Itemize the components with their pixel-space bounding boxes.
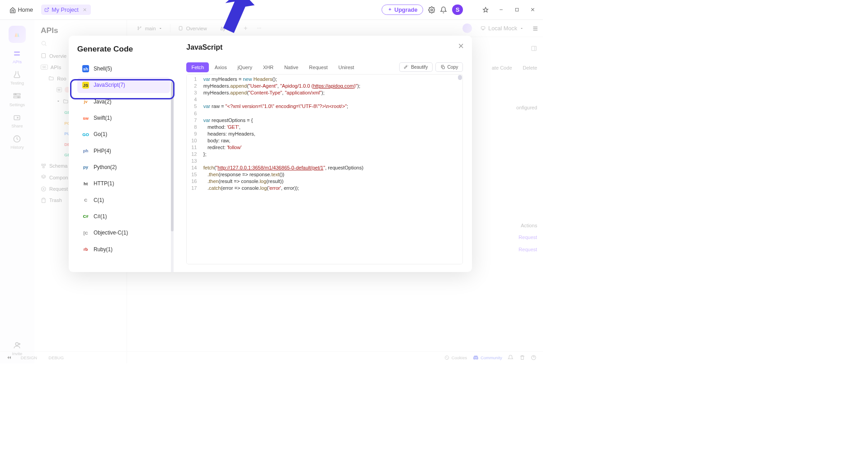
lang-label: Python(2) [94, 164, 117, 170]
code-content: var myHeaders = new Headers(); myHeaders… [200, 75, 367, 263]
generate-code-modal: Generate Code shShell(5)JSJavaScript(7)j… [69, 36, 472, 272]
code-tab-xhr[interactable]: XHR [258, 62, 278, 72]
lang-label: Objective-C(1) [94, 230, 128, 236]
lang-python[interactable]: pyPython(2) [77, 160, 170, 175]
lang-c#[interactable]: C#C#(1) [77, 209, 170, 225]
lang-icon: py [82, 164, 90, 171]
code-tab-jquery[interactable]: jQuery [232, 62, 257, 72]
lang-go[interactable]: GOGo(1) [77, 127, 170, 142]
sparkle-icon [387, 7, 392, 12]
home-button[interactable]: Home [5, 5, 38, 15]
code-tab-native[interactable]: Native [279, 62, 303, 72]
home-icon [9, 7, 16, 13]
lang-label: Java(2) [94, 99, 112, 105]
lang-icon: JS [82, 82, 90, 89]
lang-icon: GO [82, 131, 90, 138]
modal-lang-list: Generate Code shShell(5)JSJavaScript(7)j… [69, 36, 177, 272]
upgrade-button[interactable]: Upgrade [382, 5, 423, 14]
modal-close-icon[interactable] [457, 42, 465, 50]
lang-shell[interactable]: shShell(5) [77, 61, 170, 77]
scrollbar[interactable] [171, 82, 174, 272]
external-icon [44, 7, 49, 12]
window-maximize[interactable] [511, 5, 522, 15]
modal-right-title: JavaScript [186, 43, 462, 52]
lang-ruby[interactable]: rbRuby(1) [77, 241, 170, 257]
pin-icon[interactable] [480, 5, 491, 15]
window-close[interactable] [527, 5, 538, 15]
bell-icon[interactable] [440, 6, 447, 14]
close-icon[interactable] [82, 7, 87, 12]
lang-label: PHP(4) [94, 148, 111, 154]
lang-label: Shell(5) [94, 66, 112, 72]
lang-label: Swift(1) [94, 115, 112, 121]
svg-rect-1 [515, 8, 518, 11]
wand-icon [404, 65, 409, 70]
svg-point-0 [431, 9, 433, 11]
lang-icon: rb [82, 246, 90, 253]
beautify-button[interactable]: Beautify [399, 62, 433, 72]
lang-icon: ph [82, 147, 90, 155]
lang-swift[interactable]: swSwift(1) [77, 110, 170, 126]
scrollbar-thumb[interactable] [458, 75, 462, 80]
copy-button[interactable]: Copy [435, 62, 463, 72]
lang-php[interactable]: phPHP(4) [77, 143, 170, 159]
code-editor[interactable]: 1234567891011121314151617 var myHeaders … [186, 74, 462, 264]
lang-java[interactable]: jvJava(2) [77, 94, 170, 109]
gear-icon[interactable] [428, 6, 435, 14]
lang-http[interactable]: htHTTP(1) [77, 176, 170, 192]
lang-javascript[interactable]: JSJavaScript(7) [77, 77, 170, 93]
window-minimize[interactable] [496, 5, 507, 15]
code-tab-unirest[interactable]: Unirest [333, 62, 359, 72]
lang-label: C#(1) [94, 213, 107, 220]
upgrade-label: Upgrade [394, 7, 417, 13]
lang-label: Go(1) [94, 131, 107, 137]
lang-c[interactable]: CC(1) [77, 192, 170, 208]
lang-icon: [C [82, 229, 90, 236]
lang-icon: C# [82, 213, 90, 220]
lang-icon: jv [82, 98, 90, 105]
lang-label: HTTP(1) [94, 180, 114, 187]
project-tab-label: My Project [52, 7, 79, 13]
lang-label: C(1) [94, 197, 104, 203]
lang-icon: sw [82, 114, 90, 122]
lang-icon: ht [82, 180, 90, 187]
lang-objective-c[interactable]: [CObjective-C(1) [77, 225, 170, 241]
titlebar: Home My Project Upgrade S [0, 0, 543, 20]
modal-title: Generate Code [77, 44, 174, 54]
lang-label: JavaScript(7) [94, 82, 125, 88]
copy-icon [440, 65, 445, 70]
lang-icon: C [82, 197, 90, 204]
svg-rect-30 [442, 66, 444, 69]
code-tab-fetch[interactable]: Fetch [186, 62, 209, 72]
gutter: 1234567891011121314151617 [187, 75, 199, 263]
lang-icon: sh [82, 65, 90, 72]
home-label: Home [18, 7, 33, 13]
lang-label: Ruby(1) [94, 246, 113, 253]
project-tab[interactable]: My Project [41, 5, 91, 15]
code-tab-axios[interactable]: Axios [210, 62, 232, 72]
code-tab-request[interactable]: Request [304, 62, 333, 72]
code-tabs: FetchAxiosjQueryXHRNativeRequestUnirest … [186, 62, 462, 72]
avatar[interactable]: S [452, 5, 463, 15]
